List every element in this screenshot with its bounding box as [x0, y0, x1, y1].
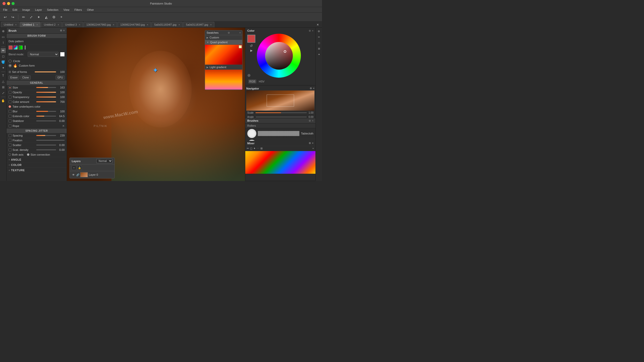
tab-close-untitled1[interactable]: ×: [36, 23, 38, 26]
angle-slider[interactable]: [256, 117, 307, 117]
mixer-settings-icon[interactable]: ⚙: [309, 142, 311, 145]
tab-untitled2[interactable]: Untitled 2 ×: [41, 22, 62, 27]
close-all-tabs[interactable]: ×: [314, 21, 321, 28]
hsv-label[interactable]: HSV: [258, 79, 266, 83]
swatch-custom[interactable]: ▶ Custom: [205, 35, 242, 40]
tab-close-untitled2[interactable]: ×: [58, 23, 59, 26]
tab-close-untitled3[interactable]: ×: [79, 23, 80, 26]
tool-brush[interactable]: ✏: [1, 48, 6, 53]
tool-grid[interactable]: ⊞: [1, 85, 6, 90]
menu-other[interactable]: Other: [86, 8, 95, 12]
menu-file[interactable]: File: [2, 8, 9, 12]
panel-settings-icon[interactable]: ⚙: [60, 29, 62, 32]
fixation-slider[interactable]: [36, 140, 65, 141]
mixer-tool-eraser[interactable]: ◻: [250, 147, 252, 150]
color-wheel-wrapper[interactable]: [257, 34, 301, 78]
tool-move[interactable]: ⊕: [1, 29, 6, 34]
menu-view[interactable]: View: [62, 8, 70, 12]
layers-blend-mode[interactable]: Normal Multiply: [96, 159, 112, 163]
tab-untitled[interactable]: Untitled ×: [1, 22, 19, 27]
quad-gradient-preview[interactable]: [205, 45, 242, 65]
color-gradient-square[interactable]: [265, 42, 293, 70]
mixer-tool-mix[interactable]: ⋯: [257, 147, 259, 150]
navigator-thumbnail[interactable]: [246, 90, 314, 111]
color-swatch-green[interactable]: [19, 46, 23, 50]
brush-item-usa-stars[interactable]: ★ ★ ★ ★ USA stars: [245, 139, 315, 141]
tab-close-jpg3[interactable]: ×: [178, 23, 180, 26]
tool-hand[interactable]: ✋: [1, 98, 6, 103]
close-button[interactable]: [3, 2, 6, 5]
swatches-gear[interactable]: ⚙: [228, 31, 230, 34]
tool-eraser[interactable]: ◻: [1, 54, 6, 59]
menu-layer[interactable]: Layer: [34, 8, 43, 12]
menu-edit[interactable]: Edit: [12, 8, 18, 12]
size-slider[interactable]: [36, 87, 56, 88]
layer-row-0[interactable]: 👁 🔗 Layer 0: [70, 171, 114, 178]
tab-jpg2[interactable]: 1369822447960.jpg ×: [117, 22, 151, 27]
tab-untitled3[interactable]: Untitled 3 ×: [62, 22, 83, 27]
color-swap-arrow[interactable]: ↺: [250, 44, 253, 48]
minimize-button[interactable]: [7, 2, 10, 5]
main-color-swatch[interactable]: [247, 35, 255, 43]
tool-shape[interactable]: △: [1, 79, 6, 84]
tool-eyedropper[interactable]: ✦: [1, 65, 6, 70]
both-axis-radio[interactable]: [9, 153, 11, 156]
toolbar-settings[interactable]: ⚙: [51, 14, 57, 20]
color-crosshair-icon[interactable]: ⊕: [247, 73, 251, 78]
gpu-button[interactable]: GPU: [56, 75, 65, 80]
nav-settings-icon[interactable]: ⚙: [310, 87, 312, 90]
size-connection-radio[interactable]: [27, 153, 29, 156]
right-tool-4[interactable]: ⊞: [316, 46, 321, 51]
menu-filters[interactable]: Filters: [73, 8, 83, 12]
angle-section[interactable]: + ANGLE: [7, 157, 67, 162]
eraser-button[interactable]: Eraser: [9, 75, 19, 80]
right-tool-5[interactable]: ✦: [316, 52, 321, 57]
tab-close-jpg2[interactable]: ×: [147, 23, 148, 26]
scat-density-slider[interactable]: [36, 149, 56, 150]
spacing-slider[interactable]: [36, 135, 56, 136]
swatch-light[interactable]: ▶ Light gradient: [205, 65, 242, 70]
mixer-close-icon[interactable]: ×: [312, 142, 313, 145]
tab-close-untitled[interactable]: ×: [15, 23, 17, 26]
layer-visibility[interactable]: 👁: [72, 173, 75, 176]
tool-text[interactable]: T: [1, 73, 6, 78]
toolbar-fill[interactable]: ◭: [43, 14, 50, 20]
color-settings-icon[interactable]: ⚙: [309, 29, 311, 32]
mixer-tool-brush[interactable]: ✏: [247, 147, 249, 150]
color-swatch-red[interactable]: [9, 46, 13, 50]
stabilizer-slider[interactable]: [36, 120, 56, 121]
tool-select-rect[interactable]: ▭: [1, 34, 6, 39]
layers-new[interactable]: +: [72, 165, 76, 170]
radio-custom-form[interactable]: 🔥 Custom form: [9, 63, 65, 68]
tab-close-jpg4[interactable]: ×: [210, 23, 212, 26]
brushes-settings-icon[interactable]: ⚙: [309, 119, 311, 122]
texture-section[interactable]: + TEXTURE: [7, 168, 67, 173]
toolbar-brush[interactable]: ✏: [20, 14, 27, 20]
toolbar-star[interactable]: ✦: [35, 14, 42, 20]
color-wheel-inner[interactable]: [265, 42, 293, 70]
tool-fill[interactable]: 🪣: [1, 60, 6, 65]
swatch-quad[interactable]: ▼ Quad gradient: [205, 40, 242, 45]
mixer-tool-add[interactable]: +: [312, 147, 314, 150]
toolbar-transform[interactable]: ⤢: [28, 14, 34, 20]
clone-button[interactable]: Clone: [20, 75, 30, 80]
panel-close-icon[interactable]: ×: [63, 29, 65, 32]
canvas-area[interactable]: ✦ www.MacW.com PILTNIK Layers Normal Mul…: [67, 28, 245, 181]
light-gradient-preview[interactable]: [205, 70, 242, 90]
set-forms-slider[interactable]: [35, 71, 56, 72]
extends-slider[interactable]: [36, 116, 56, 117]
toolbar-redo[interactable]: ↪: [10, 14, 16, 20]
radio-circle[interactable]: Circle: [9, 59, 65, 63]
transparency-slider[interactable]: [36, 97, 56, 98]
maximize-button[interactable]: [12, 2, 15, 5]
color-section-row[interactable]: + COLOR: [7, 162, 67, 168]
scatter-slider[interactable]: [36, 145, 56, 146]
opacity-slider[interactable]: [36, 92, 56, 93]
mixer-tool-fill[interactable]: ⊞: [260, 147, 263, 150]
swatches-close[interactable]: ×: [239, 31, 241, 34]
tab-untitled1[interactable]: Untitled 1 ×: [20, 22, 41, 27]
toolbar-wand[interactable]: ⌖: [58, 14, 65, 20]
tab-jpg4[interactable]: 5a0d311834f7.jpg ×: [183, 22, 214, 27]
nav-close-icon[interactable]: ×: [313, 87, 314, 90]
blur-slider[interactable]: [36, 111, 56, 112]
